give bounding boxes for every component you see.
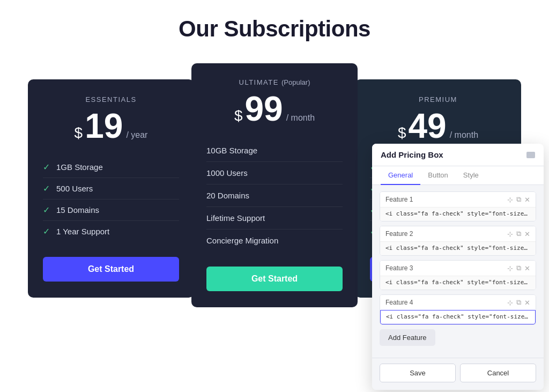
panel-tabs: General Button Style <box>372 166 544 185</box>
premium-dollar: $ <box>398 124 406 142</box>
check-icon: ✓ <box>43 183 50 194</box>
essentials-period: / year <box>126 130 147 140</box>
minimize-icon[interactable] <box>526 152 535 158</box>
save-button[interactable]: Save <box>380 364 456 382</box>
panel-title: Add Pricing Box <box>381 150 443 159</box>
ultimate-card: ULTIMATE (Popular) $ 99 / month 10GB Sto… <box>191 63 358 307</box>
list-item: ✓500 Users <box>43 178 179 199</box>
popular-badge: (Popular) <box>281 78 310 86</box>
feature-3-code: <i class="fa fa-check" style="font-size:… <box>380 276 536 290</box>
check-icon: ✓ <box>43 162 50 172</box>
add-feature-button[interactable]: Add Feature <box>380 329 435 346</box>
feature-3-label: Feature 3 <box>385 264 413 272</box>
ultimate-period: / month <box>286 113 315 123</box>
premium-period: / month <box>450 130 478 140</box>
feature-3-actions: ⊹ ⧉ ✕ <box>507 264 530 272</box>
feature-1-label: Feature 1 <box>385 196 413 203</box>
tab-button[interactable]: Button <box>420 166 456 185</box>
ultimate-dollar: $ <box>234 107 243 124</box>
copy-icon[interactable]: ⧉ <box>516 298 521 307</box>
essentials-plan-name: ESSENTIALS <box>43 95 179 103</box>
premium-amount: 49 <box>409 109 447 143</box>
feature-4-header: Feature 4 ⊹ ⧉ ✕ <box>380 295 536 310</box>
ultimate-price-row: $ 99 / month <box>206 92 343 126</box>
premium-plan-name: PREMIUM <box>370 95 506 103</box>
feature-1-code: <i class="fa fa-check" style="font-size:… <box>380 207 536 221</box>
feature-2-actions: ⊹ ⧉ ✕ <box>507 230 530 238</box>
essentials-features: ✓1GB Storage ✓500 Users ✓15 Domains ✓1 Y… <box>43 157 179 242</box>
essentials-amount: 19 <box>85 109 123 143</box>
tab-style[interactable]: Style <box>456 166 486 185</box>
ultimate-amount: 99 <box>245 92 283 126</box>
list-item: 1000 Users <box>206 162 343 184</box>
list-item: Lifetime Support <box>206 207 343 230</box>
pricing-cards-container: ESSENTIALS $ 19 / year ✓1GB Storage ✓500… <box>11 63 538 307</box>
feature-2-code: <i class="fa fa-check" style="font-size:… <box>380 241 536 255</box>
list-item: ✓1 Year Support <box>43 221 179 242</box>
essentials-price-row: $ 19 / year <box>43 109 179 143</box>
feature-item-4: Feature 4 ⊹ ⧉ ✕ <i class="fa fa-check" s… <box>380 294 536 325</box>
check-icon: ✓ <box>43 205 50 215</box>
move-icon[interactable]: ⊹ <box>507 264 513 272</box>
check-icon: ✓ <box>43 226 50 236</box>
essentials-cta-button[interactable]: Get Started <box>43 257 179 282</box>
essentials-card: ESSENTIALS $ 19 / year ✓1GB Storage ✓500… <box>28 79 194 298</box>
ultimate-cta-button[interactable]: Get Started <box>206 267 343 291</box>
ultimate-features: 10GB Storage 1000 Users 20 Domains Lifet… <box>206 139 343 252</box>
move-icon[interactable]: ⊹ <box>507 299 513 307</box>
delete-icon[interactable]: ✕ <box>524 230 530 238</box>
ultimate-plan-name: ULTIMATE (Popular) <box>206 78 343 86</box>
list-item: Concierge Migration <box>206 230 343 252</box>
panel-header: Add Pricing Box <box>372 144 544 166</box>
move-icon[interactable]: ⊹ <box>507 230 513 238</box>
list-item: ✓1GB Storage <box>43 157 179 178</box>
list-item: 20 Domains <box>206 184 343 207</box>
feature-2-label: Feature 2 <box>385 230 413 238</box>
panel-body: Feature 1 ⊹ ⧉ ✕ <i class="fa fa-check" s… <box>372 185 544 358</box>
move-icon[interactable]: ⊹ <box>507 196 513 204</box>
essentials-dollar: $ <box>75 124 83 142</box>
feature-1-header: Feature 1 ⊹ ⧉ ✕ <box>380 192 536 207</box>
feature-1-actions: ⊹ ⧉ ✕ <box>507 195 530 204</box>
feature-item-2: Feature 2 ⊹ ⧉ ✕ <i class="fa fa-check" s… <box>380 226 536 256</box>
feature-2-header: Feature 2 ⊹ ⧉ ✕ <box>380 226 536 241</box>
tab-general[interactable]: General <box>381 166 420 185</box>
delete-icon[interactable]: ✕ <box>524 299 530 307</box>
copy-icon[interactable]: ⧉ <box>516 264 521 272</box>
list-item: ✓15 Domains <box>43 199 179 221</box>
premium-price-row: $ 49 / month <box>370 109 506 143</box>
feature-item-3: Feature 3 ⊹ ⧉ ✕ <i class="fa fa-check" s… <box>380 260 536 290</box>
list-item: 10GB Storage <box>206 139 343 162</box>
feature-4-code[interactable]: <i class="fa fa-check" style="font-size:… <box>380 310 536 324</box>
delete-icon[interactable]: ✕ <box>524 264 530 272</box>
delete-icon[interactable]: ✕ <box>524 196 530 204</box>
cancel-button[interactable]: Cancel <box>460 364 536 382</box>
add-pricing-box-panel: Add Pricing Box General Button Style Fea… <box>372 144 544 390</box>
feature-item-1: Feature 1 ⊹ ⧉ ✕ <i class="fa fa-check" s… <box>380 191 536 221</box>
copy-icon[interactable]: ⧉ <box>516 195 521 204</box>
feature-4-label: Feature 4 <box>385 299 413 306</box>
feature-3-header: Feature 3 ⊹ ⧉ ✕ <box>380 261 536 276</box>
page-title: Our Subscriptions <box>179 16 370 42</box>
feature-4-actions: ⊹ ⧉ ✕ <box>507 298 530 307</box>
panel-footer: Save Cancel <box>372 358 544 390</box>
copy-icon[interactable]: ⧉ <box>516 230 521 238</box>
